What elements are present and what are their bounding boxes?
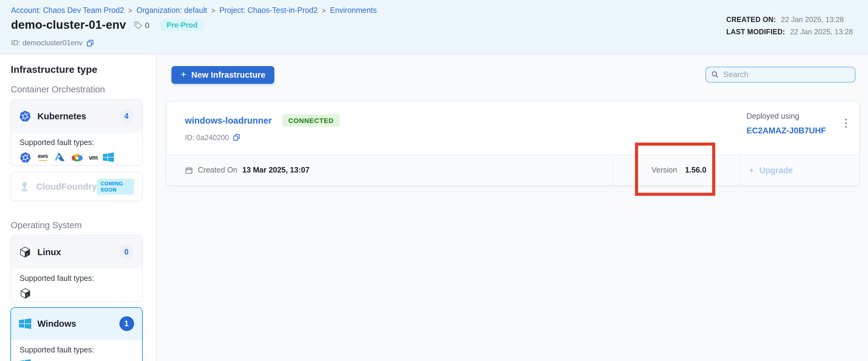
footer-divider <box>739 155 740 185</box>
windows-card-body: Supported fault types: <box>11 340 142 361</box>
kubernetes-count-badge: 4 <box>119 109 134 124</box>
created-on-label: CREATED ON: <box>726 16 776 23</box>
section-operating-system: Operating System <box>11 220 82 230</box>
version-label: Version <box>652 166 677 174</box>
search-box[interactable] <box>706 66 856 82</box>
section-container-orchestration: Container Orchestration <box>11 84 105 94</box>
kubernetes-card-header: Kubernetes 4 <box>11 100 142 132</box>
search-icon <box>711 70 719 78</box>
azure-icon <box>55 152 65 162</box>
windows-fault-icons <box>20 359 133 361</box>
deployed-using-label: Deployed using <box>746 112 826 120</box>
kubernetes-icon <box>20 152 31 163</box>
breadcrumb: Account: Chaos Dev Team Prod2 > Organiza… <box>11 6 377 15</box>
new-infrastructure-button[interactable]: + New Infrastructure <box>172 66 275 84</box>
version-cell: Version 1.56.0 <box>652 155 706 185</box>
plus-icon: + <box>181 70 186 79</box>
gcp-icon <box>71 153 83 162</box>
linux-count-badge: 0 <box>119 245 134 259</box>
upgrade-label: Upgrade <box>759 165 793 175</box>
footer-divider <box>613 155 614 185</box>
breadcrumb-environments[interactable]: Environments <box>330 6 377 15</box>
created-on-value: 22 Jan 2025, 13:28 <box>781 15 844 24</box>
page-title: demo-cluster-01-env <box>11 19 126 32</box>
search-input[interactable] <box>723 70 850 79</box>
svg-text:$: $ <box>26 252 28 256</box>
infrastructure-type-sidebar: Infrastructure type Container Orchestrat… <box>0 54 156 361</box>
cloudfoundry-card-name: CloudFoundry <box>36 182 97 192</box>
title-row: demo-cluster-01-env 0 Pre-Prod <box>11 19 204 32</box>
windows-icon <box>103 152 114 162</box>
linux-card-header: $ Linux 0 <box>11 236 142 268</box>
chevron-right-icon: > <box>322 6 326 15</box>
infrastructure-id: ID: 0a240200 <box>185 133 229 142</box>
status-badge: CONNECTED <box>282 114 340 126</box>
linux-fault-icons: $ <box>20 287 133 299</box>
kubernetes-fault-icons: aws <box>20 152 133 163</box>
main-content: + New Infrastructure windows-loadrunner … <box>157 54 868 361</box>
infrastructure-id-row: ID: 0a240200 <box>185 133 241 142</box>
sidebar-card-cloudfoundry[interactable]: CloudFoundry COMING SOON <box>10 172 143 201</box>
linux-card-body: Supported fault types: $ <box>11 268 142 299</box>
vmware-icon: vm <box>89 154 97 161</box>
windows-icon <box>19 319 31 329</box>
fault-types-label: Supported fault types: <box>20 274 133 283</box>
environment-id: ID: democluster01env <box>11 38 82 47</box>
kubernetes-icon <box>19 110 31 122</box>
deployed-using-block: Deployed using EC2AMAZ-J0B7UHF <box>746 112 826 135</box>
environment-id-row: ID: democluster01env <box>11 38 94 47</box>
last-modified-row: LAST MODIFIED: 22 Jan 2025, 13:28 <box>726 28 853 36</box>
linux-icon: $ <box>20 287 31 299</box>
chevron-right-icon: > <box>211 6 215 15</box>
coming-soon-badge: COMING SOON <box>97 179 134 195</box>
copy-icon[interactable] <box>233 133 241 141</box>
tag-count: 0 <box>145 21 149 30</box>
calendar-icon <box>185 166 193 174</box>
infrastructure-card-top: windows-loadrunner CONNECTED ID: 0a24020… <box>166 101 859 155</box>
fault-types-label: Supported fault types: <box>20 138 133 146</box>
infrastructure-name-row: windows-loadrunner CONNECTED <box>185 114 340 126</box>
more-options-icon[interactable] <box>840 116 851 131</box>
chevron-right-icon: > <box>128 6 132 15</box>
breadcrumb-account[interactable]: Account: Chaos Dev Team Prod2 <box>11 6 124 15</box>
cloudfoundry-icon <box>19 181 30 192</box>
last-modified-value: 22 Jan 2025, 13:28 <box>790 28 853 36</box>
windows-count-badge: 1 <box>119 317 134 331</box>
windows-card-name: Windows <box>37 319 76 329</box>
windows-icon <box>20 359 31 361</box>
lightning-icon <box>748 166 756 174</box>
created-on-label: Created On <box>198 166 237 174</box>
new-infrastructure-label: New Infrastructure <box>191 70 266 79</box>
kubernetes-card-body: Supported fault types: <box>11 132 142 163</box>
windows-card-header: Windows 1 <box>11 307 142 340</box>
app-root: Account: Chaos Dev Team Prod2 > Organiza… <box>0 0 868 361</box>
infrastructure-card-footer: Created On 13 Mar 2025, 13:07 Version 1.… <box>166 155 859 185</box>
sidebar-card-linux[interactable]: $ Linux 0 Supported fault types: $ <box>10 235 143 302</box>
environment-dates: CREATED ON: 22 Jan 2025, 13:28 LAST MODI… <box>726 15 853 36</box>
linux-icon: $ <box>19 246 31 258</box>
upgrade-button[interactable]: Upgrade <box>748 155 793 185</box>
version-value: 1.56.0 <box>685 166 706 174</box>
copy-icon[interactable] <box>86 39 94 47</box>
created-on-cell: Created On 13 Mar 2025, 13:07 <box>185 155 310 185</box>
environment-type-badge: Pre-Prod <box>160 19 204 31</box>
fault-types-label: Supported fault types: <box>20 346 133 354</box>
tags-control[interactable]: 0 <box>133 21 149 30</box>
created-on-value: 13 Mar 2025, 13:07 <box>242 166 310 174</box>
kubernetes-card-name: Kubernetes <box>37 111 86 121</box>
breadcrumb-organization[interactable]: Organization: default <box>136 6 207 15</box>
tag-icon <box>133 21 143 30</box>
infrastructure-card: windows-loadrunner CONNECTED ID: 0a24020… <box>166 101 860 186</box>
created-on-row: CREATED ON: 22 Jan 2025, 13:28 <box>726 15 853 24</box>
sidebar-card-windows[interactable]: Windows 1 Supported fault types: <box>10 307 143 361</box>
sidebar-title: Infrastructure type <box>11 64 97 75</box>
linux-card-name: Linux <box>37 247 61 257</box>
page-header: Account: Chaos Dev Team Prod2 > Organiza… <box>0 0 868 54</box>
breadcrumb-project[interactable]: Project: Chaos-Test-in-Prod2 <box>219 6 317 15</box>
svg-text:$: $ <box>26 293 28 297</box>
aws-icon: aws <box>37 154 49 161</box>
sidebar-card-kubernetes[interactable]: Kubernetes 4 Supported fault types: <box>10 99 143 166</box>
infrastructure-name-link[interactable]: windows-loadrunner <box>185 115 272 125</box>
last-modified-label: LAST MODIFIED: <box>726 28 785 35</box>
deployed-using-link[interactable]: EC2AMAZ-J0B7UHF <box>746 126 826 135</box>
